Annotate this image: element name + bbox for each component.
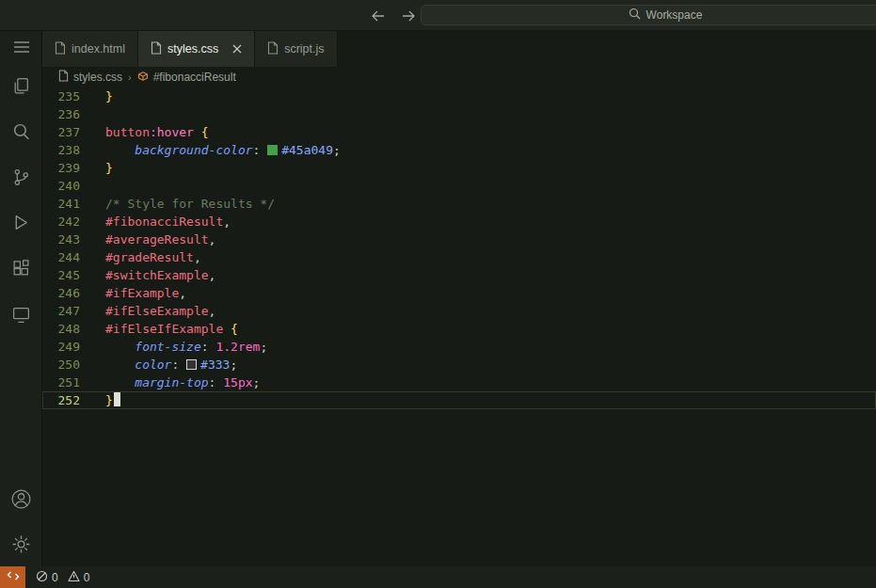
account-icon	[10, 488, 32, 514]
line-number: 242	[42, 213, 80, 230]
code-line[interactable]: 250 color: #333;	[42, 356, 876, 373]
line-number: 243	[42, 230, 80, 248]
line-number: 245	[42, 266, 80, 284]
breadcrumb-file-label: styles.css	[73, 71, 122, 84]
line-number: 238	[42, 141, 80, 159]
code-text: }	[80, 87, 113, 105]
code-line[interactable]: 244#gradeResult,	[42, 248, 876, 266]
tab-index-html[interactable]: index.html	[42, 31, 138, 67]
line-number: 241	[42, 195, 80, 213]
code-text: font-size: 1.2rem;	[80, 338, 267, 356]
remote-explorer-icon	[11, 305, 31, 328]
settings-gear-icon	[11, 534, 31, 558]
chevron-right-icon: ›	[128, 72, 132, 83]
breadcrumb-file[interactable]: styles.css	[58, 70, 122, 85]
settings-button[interactable]	[0, 533, 42, 558]
activity-bar	[0, 31, 42, 566]
code-text: button:hover {	[80, 123, 209, 141]
code-line[interactable]: 242#fibonacciResult,	[42, 213, 876, 230]
line-number: 235	[42, 87, 80, 105]
code-text: #ifElseExample,	[80, 302, 215, 320]
remote-indicator-icon	[7, 570, 20, 584]
explorer-button[interactable]	[0, 75, 42, 100]
search-view-button[interactable]	[0, 121, 42, 146]
run-debug-icon	[11, 213, 31, 236]
main-area: index.html styles.css script.js	[0, 31, 876, 566]
code-line[interactable]: 238 background-color: #45a049;	[42, 141, 876, 159]
line-number: 250	[42, 356, 80, 373]
color-swatch	[186, 359, 197, 370]
extensions-button[interactable]	[0, 258, 42, 282]
line-number: 248	[42, 320, 80, 338]
titlebar: Workspace	[0, 0, 876, 31]
code-line[interactable]: 241/* Style for Results */	[42, 195, 876, 213]
tab-label: styles.css	[167, 42, 218, 56]
code-text: #switchExample,	[80, 266, 215, 284]
source-control-button[interactable]	[0, 167, 42, 191]
code-text: }	[80, 391, 120, 409]
code-line[interactable]: 248#ifElseIfExample {	[42, 320, 876, 338]
tab-styles-css[interactable]: styles.css	[138, 31, 255, 67]
back-icon[interactable]	[369, 7, 388, 25]
workspace-search-box[interactable]: Workspace	[421, 5, 876, 25]
tab-label: index.html	[72, 42, 125, 56]
code-line[interactable]: 245#switchExample,	[42, 266, 876, 284]
code-text	[80, 177, 105, 195]
line-number: 236	[42, 105, 80, 123]
source-control-icon	[11, 167, 31, 191]
code-text: #ifElseIfExample {	[80, 320, 238, 338]
line-number: 237	[42, 123, 80, 141]
line-number: 244	[42, 248, 80, 266]
text-cursor	[114, 392, 120, 406]
nav-arrows	[369, 0, 418, 31]
code-line[interactable]: 239}	[42, 159, 876, 177]
run-debug-button[interactable]	[0, 212, 42, 236]
code-line[interactable]: 251 margin-top: 15px;	[42, 373, 876, 391]
code-line[interactable]: 235}	[42, 87, 876, 105]
breadcrumb-symbol[interactable]: #fibonacciResult	[137, 71, 236, 85]
workspace-search-label: Workspace	[646, 8, 703, 22]
forward-icon[interactable]	[399, 7, 418, 25]
line-number: 247	[42, 302, 80, 320]
code-text: color: #333;	[80, 356, 237, 373]
code-line[interactable]: 252}	[42, 391, 876, 409]
code-text: }	[80, 159, 113, 177]
remote-explorer-button[interactable]	[0, 304, 42, 328]
code-line[interactable]: 246#ifExample,	[42, 284, 876, 302]
code-text: #gradeResult,	[80, 248, 201, 266]
code-line[interactable]: 236	[42, 105, 876, 123]
code-text: #averageResult,	[80, 230, 215, 248]
search-icon	[629, 8, 641, 23]
line-number: 239	[42, 159, 80, 177]
code-line[interactable]: 249 font-size: 1.2rem;	[42, 338, 876, 356]
code-text: margin-top: 15px;	[80, 373, 260, 391]
account-button[interactable]	[0, 488, 42, 513]
code-line[interactable]: 237button:hover {	[42, 123, 876, 141]
menu-button[interactable]	[0, 37, 42, 61]
code-line[interactable]: 243#averageResult,	[42, 230, 876, 248]
file-icon	[58, 70, 69, 85]
explorer-icon	[11, 76, 31, 100]
close-icon[interactable]	[232, 44, 242, 54]
file-icon	[267, 41, 279, 57]
code-text: #fibonacciResult,	[80, 213, 231, 230]
code-line[interactable]: 240	[42, 177, 876, 195]
error-count: 0	[52, 571, 58, 584]
code-line[interactable]: 247#ifElseExample,	[42, 302, 876, 320]
tab-script-js[interactable]: script.js	[255, 31, 337, 67]
problems-indicator[interactable]: 0 0	[36, 570, 95, 585]
breadcrumb: styles.css › #fibonacciResult	[42, 67, 876, 87]
file-icon	[55, 41, 66, 57]
error-icon	[36, 570, 48, 585]
line-number: 252	[42, 391, 80, 409]
code-editor[interactable]: 235}236237button:hover {238 background-c…	[42, 87, 876, 566]
file-icon	[151, 41, 162, 57]
editor-column: index.html styles.css script.js	[42, 31, 876, 566]
line-number: 249	[42, 338, 80, 356]
warning-count: 0	[84, 571, 90, 584]
status-bar: 0 0	[0, 566, 876, 588]
color-swatch	[267, 145, 278, 155]
extensions-icon	[11, 259, 31, 282]
code-text: #ifExample,	[80, 284, 186, 302]
remote-indicator[interactable]	[0, 566, 25, 588]
